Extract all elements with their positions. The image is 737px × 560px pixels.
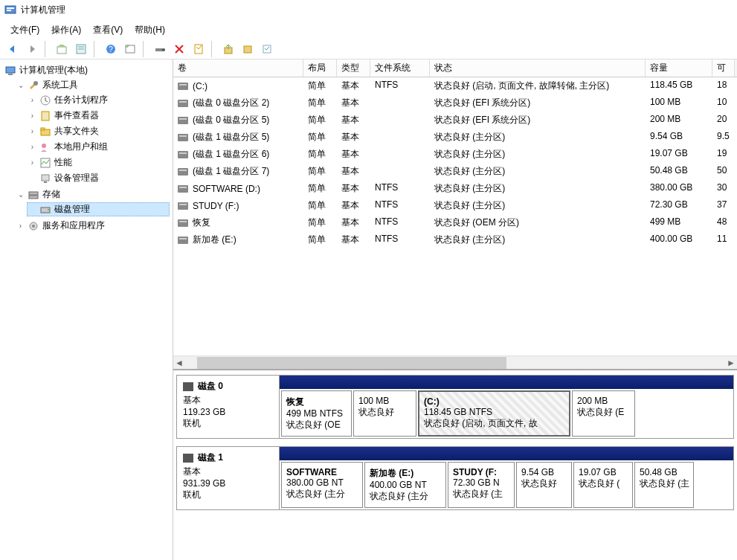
delete-button[interactable]: [171, 41, 187, 57]
scroll-left-icon[interactable]: ◄: [173, 357, 185, 369]
tree-system-tools[interactable]: ⌄ 系统工具: [15, 78, 170, 92]
partition[interactable]: 新加卷 (E:) 400.00 GB NT 状态良好 (主分: [364, 462, 446, 508]
svg-rect-25: [42, 175, 49, 181]
collapse-icon[interactable]: ⌄: [16, 81, 25, 89]
partition[interactable]: STUDY (F: 72.30 GB N 状态良好 (主: [448, 462, 515, 508]
partition[interactable]: 恢复 499 MB NTFS 状态良好 (OE: [281, 390, 352, 437]
volume-fs: [370, 95, 430, 111]
expand-icon[interactable]: ›: [16, 222, 25, 230]
volume-layout: 简单: [303, 232, 337, 248]
expand-icon[interactable]: ›: [28, 112, 36, 120]
collapse-icon[interactable]: ⌄: [16, 190, 25, 199]
tree-services-apps[interactable]: › 服务和应用程序: [15, 219, 170, 233]
volume-type: 基本: [337, 78, 370, 94]
refresh-button[interactable]: [122, 41, 138, 57]
col-volume[interactable]: 卷: [173, 59, 303, 77]
menu-view[interactable]: 查看(V): [87, 22, 129, 36]
tool-7[interactable]: [220, 41, 236, 57]
menu-help[interactable]: 帮助(H): [129, 22, 171, 36]
expand-icon[interactable]: ›: [28, 143, 36, 151]
disk-0-info[interactable]: 磁盘 0 基本 119.23 GB 联机: [177, 376, 280, 438]
tool-9[interactable]: [259, 41, 275, 57]
partition[interactable]: (C:) 118.45 GB NTFS 状态良好 (启动, 页面文件, 故: [418, 390, 570, 437]
folder-icon: [39, 126, 51, 138]
volume-row[interactable]: (磁盘 1 磁盘分区 5) 简单 基本 状态良好 (主分区) 9.54 GB 9…: [173, 129, 737, 146]
tree-root[interactable]: 计算机管理(本地): [3, 63, 170, 77]
volume-capacity: 380.00 GB: [646, 181, 712, 196]
volume-fs: [370, 112, 430, 128]
device-icon: [39, 173, 51, 184]
h-scrollbar[interactable]: ◄ ►: [173, 355, 737, 369]
forward-button[interactable]: [24, 41, 40, 57]
volume-row[interactable]: 新加卷 (E:) 简单 基本 NTFS 状态良好 (主分区) 400.00 GB…: [173, 231, 737, 248]
up-button[interactable]: [54, 41, 70, 57]
disk-1-block: 磁盘 1 基本 931.39 GB 联机 SOFTWARE 380.00 GB …: [176, 446, 734, 510]
volume-type: 基本: [337, 95, 370, 111]
svg-rect-27: [29, 192, 38, 195]
help-button[interactable]: ?: [103, 41, 119, 57]
partition[interactable]: 19.07 GB 状态良好 (: [573, 462, 633, 508]
partition-size: 100 MB: [358, 396, 411, 406]
col-filesystem[interactable]: 文件系统: [370, 59, 430, 77]
disk-1-info[interactable]: 磁盘 1 基本 931.39 GB 联机: [177, 447, 280, 509]
col-capacity[interactable]: 容量: [646, 59, 712, 77]
volume-name: SOFTWARE (D:): [193, 184, 260, 194]
event-icon: [39, 110, 51, 122]
volume-row[interactable]: 恢复 简单 基本 NTFS 状态良好 (OEM 分区) 499 MB 48: [173, 214, 737, 231]
volume-row[interactable]: (C:) 简单 基本 NTFS 状态良好 (启动, 页面文件, 故障转储, 主分…: [173, 77, 737, 94]
menubar: 文件(F) 操作(A) 查看(V) 帮助(H): [0, 19, 737, 39]
partition[interactable]: 9.54 GB 状态良好: [516, 462, 572, 508]
app-title: 计算机管理: [21, 4, 65, 16]
tree-task-scheduler[interactable]: ›任务计划程序: [27, 93, 170, 107]
col-free[interactable]: 可: [712, 59, 735, 77]
volume-icon: [178, 219, 188, 227]
volume-name: (磁盘 0 磁盘分区 2): [193, 97, 269, 109]
tree-disk-management[interactable]: 磁盘管理: [27, 202, 170, 216]
scroll-right-icon[interactable]: ►: [725, 357, 737, 369]
partition-status: 状态良好 (: [579, 477, 628, 490]
volume-row[interactable]: (磁盘 0 磁盘分区 2) 简单 基本 状态良好 (EFI 系统分区) 100 …: [173, 94, 737, 112]
tool-5[interactable]: [152, 41, 168, 57]
volume-name: STUDY (F:): [193, 201, 239, 211]
col-status[interactable]: 状态: [430, 59, 646, 77]
disk-mgmt-icon: [39, 204, 51, 216]
partition[interactable]: SOFTWARE 380.00 GB NT 状态良好 (主分: [281, 462, 363, 508]
volume-row[interactable]: (磁盘 1 磁盘分区 6) 简单 基本 状态良好 (主分区) 19.07 GB …: [173, 146, 737, 163]
menu-file[interactable]: 文件(F): [4, 22, 45, 36]
volume-row[interactable]: STUDY (F:) 简单 基本 NTFS 状态良好 (主分区) 72.30 G…: [173, 197, 737, 214]
volume-icon: [178, 117, 188, 124]
tree-storage[interactable]: ⌄ 存储: [15, 187, 170, 202]
tree-event-viewer[interactable]: ›事件查看器: [27, 109, 170, 123]
volume-fs: NTFS: [370, 198, 430, 213]
tree-device-manager[interactable]: 设备管理器: [27, 171, 170, 185]
expand-icon[interactable]: ›: [28, 96, 36, 104]
partition[interactable]: 50.48 GB 状态良好 (主: [634, 462, 694, 508]
partition[interactable]: 100 MB 状态良好: [353, 390, 416, 437]
tool-6[interactable]: [190, 41, 207, 57]
toolbar: ?: [0, 39, 737, 59]
menu-action[interactable]: 操作(A): [45, 22, 87, 36]
back-button[interactable]: [4, 41, 21, 57]
list-header: 卷 布局 类型 文件系统 状态 容量 可: [173, 59, 737, 77]
volume-status: 状态良好 (启动, 页面文件, 故障转储, 主分区): [430, 78, 646, 94]
partition[interactable]: 200 MB 状态良好 (E: [572, 390, 635, 437]
col-layout[interactable]: 布局: [303, 59, 337, 77]
tree-performance[interactable]: ›性能: [27, 155, 170, 170]
volume-row[interactable]: SOFTWARE (D:) 简单 基本 NTFS 状态良好 (主分区) 380.…: [173, 180, 737, 197]
volume-name: 新加卷 (E:): [193, 234, 236, 246]
volume-free: 18: [712, 78, 735, 94]
properties-button[interactable]: [73, 41, 89, 57]
tool-8[interactable]: [239, 41, 256, 57]
volume-row[interactable]: (磁盘 1 磁盘分区 7) 简单 基本 状态良好 (主分区) 50.48 GB …: [173, 163, 737, 180]
partition-status: 状态良好 (OE: [286, 419, 347, 431]
volume-status: 状态良好 (主分区): [430, 198, 646, 213]
volume-free: 20: [712, 112, 735, 128]
tree-shared-folders[interactable]: ›共享文件夹: [27, 124, 170, 138]
expand-icon[interactable]: ›: [28, 127, 36, 135]
partition-size: 9.54 GB: [521, 467, 567, 477]
volume-status: 状态良好 (EFI 系统分区): [430, 95, 646, 111]
tree-local-users[interactable]: ›本地用户和组: [27, 140, 170, 154]
expand-icon[interactable]: ›: [28, 158, 36, 167]
col-type[interactable]: 类型: [337, 59, 370, 77]
volume-row[interactable]: (磁盘 0 磁盘分区 5) 简单 基本 状态良好 (EFI 系统分区) 200 …: [173, 112, 737, 129]
